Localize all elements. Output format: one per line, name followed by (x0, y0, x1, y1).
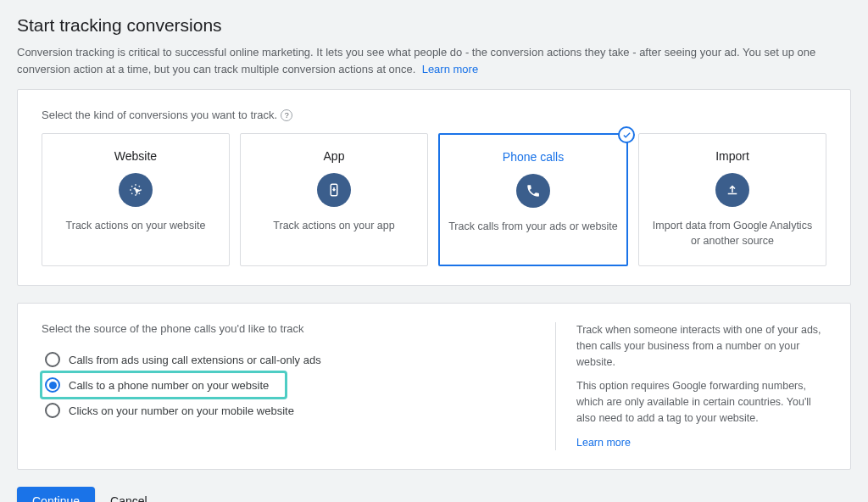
learn-more-link[interactable]: Learn more (422, 63, 478, 75)
radio-calls-to-website-number[interactable]: Calls to a phone number on your website (42, 372, 286, 398)
radio-clicks-mobile-number[interactable]: Clicks on your number on your mobile web… (42, 398, 530, 423)
option-import[interactable]: Import Import data from Google Analytics… (638, 133, 826, 266)
phone-app-icon (317, 173, 351, 207)
source-learn-more-link[interactable]: Learn more (576, 437, 631, 449)
page-description: Conversion tracking is critical to succe… (17, 44, 831, 77)
source-label: Select the source of the phone calls you… (42, 322, 530, 335)
cancel-button[interactable]: Cancel (110, 494, 147, 502)
option-website[interactable]: Website Track actions on your website (42, 133, 230, 266)
radio-calls-from-ads[interactable]: Calls from ads using call extensions or … (42, 347, 530, 372)
option-app[interactable]: App Track actions on your app (240, 133, 428, 266)
cursor-click-icon (119, 173, 153, 207)
radio-icon (45, 403, 60, 418)
option-phone-calls[interactable]: Phone calls Track calls from your ads or… (438, 133, 628, 266)
page-title: Start tracking conversions (17, 15, 851, 36)
radio-icon (45, 377, 60, 393)
source-card: Select the source of the phone calls you… (17, 303, 851, 470)
continue-button[interactable]: Continue (17, 487, 95, 502)
radio-icon (45, 352, 60, 367)
source-help-panel: Track when someone interacts with one of… (555, 322, 826, 450)
phone-icon (516, 174, 550, 208)
kind-options: Website Track actions on your website Ap… (42, 133, 826, 266)
conversion-kind-card: Select the kind of conversions you want … (17, 89, 851, 286)
upload-icon (715, 173, 749, 207)
kind-label: Select the kind of conversions you want … (42, 109, 826, 121)
help-icon[interactable]: ? (281, 109, 292, 121)
footer-actions: Continue Cancel (17, 487, 851, 502)
check-icon (618, 126, 635, 143)
